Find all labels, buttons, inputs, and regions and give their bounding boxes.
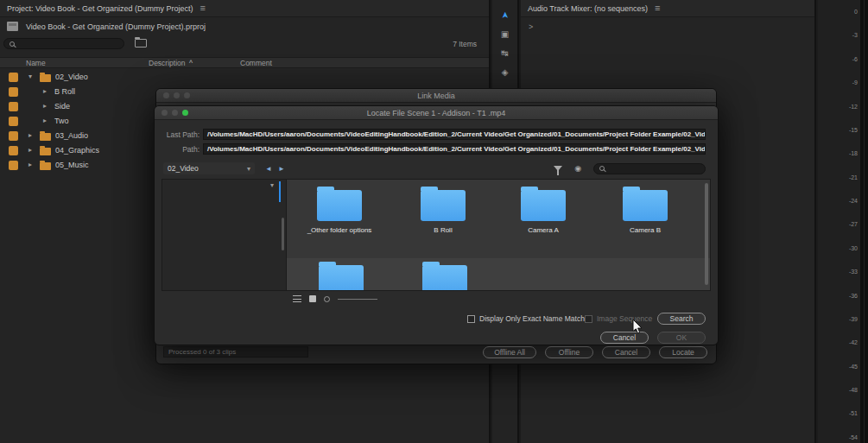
- folder-item-camera-a[interactable]: Camera A: [496, 190, 591, 234]
- meter-tick: -24: [849, 198, 858, 204]
- column-description[interactable]: Description: [149, 59, 186, 67]
- chevron-right-icon[interactable]: ▸: [43, 102, 47, 110]
- items-count: 7 Items: [453, 40, 477, 48]
- label-color-chip[interactable]: [9, 73, 18, 82]
- thumbnail-zoom-slider[interactable]: [324, 296, 330, 302]
- bin-folder-icon: [40, 133, 51, 141]
- project-file-name: Video Book - Get Organized (Dummy Projec…: [26, 22, 206, 31]
- path-label: Path:: [155, 145, 200, 154]
- tree-item-label: 05_Music: [55, 161, 89, 169]
- ripple-edit-tool-icon[interactable]: ↹: [497, 47, 514, 60]
- search-icon: [599, 166, 605, 171]
- panel-menu-icon[interactable]: ≡: [200, 3, 205, 13]
- browser-search-input[interactable]: [593, 163, 706, 174]
- forward-icon[interactable]: ►: [278, 165, 285, 173]
- search-button[interactable]: Search: [657, 313, 706, 325]
- link-media-titlebar[interactable]: Link Media: [156, 89, 716, 103]
- column-name[interactable]: Name: [26, 59, 46, 67]
- label-color-chip[interactable]: [9, 161, 18, 170]
- meter-tick: -54: [849, 434, 858, 440]
- project-search-input[interactable]: [3, 38, 124, 49]
- meter-tick: -27: [849, 221, 858, 227]
- folder-label: _Other folder options: [292, 226, 387, 234]
- razor-tool-icon[interactable]: ◈: [497, 66, 514, 79]
- image-sequence-checkbox: [585, 315, 592, 323]
- meter-tick: -33: [849, 269, 858, 275]
- meter-bar-right: [865, 0, 868, 443]
- project-column-header: Name Description ^ Comment: [0, 57, 489, 68]
- label-color-chip[interactable]: [9, 87, 18, 97]
- disclosure-icon[interactable]: >: [529, 22, 533, 31]
- eye-icon[interactable]: ◉: [574, 164, 581, 173]
- folder-item[interactable]: [294, 265, 389, 290]
- tree-item-02-video[interactable]: ▾ 02_Video: [0, 70, 489, 85]
- minimize-icon[interactable]: [174, 92, 180, 98]
- meter-tick: -18: [849, 150, 858, 156]
- chevron-right-icon[interactable]: ▸: [29, 146, 32, 154]
- filter-icon[interactable]: [554, 166, 562, 171]
- browser-toolbar: 02_Video ▾ ◄ ► ◉: [163, 161, 706, 175]
- icon-view-icon[interactable]: [309, 295, 316, 302]
- meter-tick: -45: [849, 364, 858, 370]
- chevron-right-icon[interactable]: ▸: [43, 87, 47, 95]
- path-row: Path: /Volumes/MacHD/Users/aaron/Documen…: [155, 143, 706, 155]
- thumbnail-zoom-track[interactable]: [338, 299, 377, 300]
- sort-ascending-icon[interactable]: ^: [189, 59, 193, 67]
- folder-item-other-options[interactable]: _Other folder options: [292, 190, 387, 234]
- project-panel-title: Project: Video Book - Get Organized (Dum…: [7, 4, 193, 13]
- new-bin-icon[interactable]: [135, 39, 147, 47]
- zoom-window-icon[interactable]: [182, 110, 188, 116]
- audio-meter-panel: 0 -3 -6 -9 -12 -15 -18 -21 -24 -27 -30 -…: [818, 0, 868, 443]
- mixer-panel-title: Audio Track Mixer: (no sequences): [528, 4, 648, 13]
- list-view-icon[interactable]: [293, 295, 301, 302]
- minimize-icon[interactable]: [172, 110, 178, 116]
- chevron-down-icon[interactable]: ▾: [29, 73, 32, 80]
- folder-item-camera-b[interactable]: Camera B: [598, 190, 693, 234]
- view-controls: [293, 295, 377, 302]
- label-color-chip[interactable]: [9, 102, 18, 111]
- project-file-row[interactable]: Video Book - Get Organized (Dummy Projec…: [7, 22, 206, 31]
- close-icon[interactable]: [162, 110, 168, 116]
- tree-item-label: 03_Audio: [55, 131, 88, 140]
- column-comment[interactable]: Comment: [240, 59, 272, 67]
- folder-icon: [521, 190, 566, 221]
- path-field[interactable]: /Volumes/MacHD/Users/aaron/Documents/Vid…: [203, 143, 706, 155]
- meter-tick: -48: [849, 387, 858, 393]
- folder-item-b-roll[interactable]: B Roll: [396, 190, 491, 234]
- chevron-right-icon[interactable]: ▸: [29, 161, 32, 168]
- panel-menu-icon[interactable]: ≡: [655, 3, 660, 13]
- tree-item-label: 04_Graphics: [55, 146, 99, 155]
- folder-icon: [623, 190, 668, 221]
- zoom-window-icon[interactable]: [184, 92, 190, 98]
- meter-tick: -42: [849, 339, 858, 345]
- chevron-right-icon[interactable]: ▸: [43, 117, 47, 124]
- locate-file-dialog: Locate File Scene 1 - Addison - T1 .mp4 …: [154, 105, 719, 345]
- locate-button[interactable]: Locate: [659, 346, 707, 358]
- close-icon[interactable]: [163, 92, 169, 98]
- folder-item[interactable]: [397, 265, 492, 290]
- meter-tick: -9: [852, 79, 858, 85]
- chevron-right-icon[interactable]: ▸: [29, 131, 32, 139]
- exact-match-checkbox[interactable]: [467, 315, 475, 323]
- sidebar-selection-accent: [279, 181, 281, 202]
- link-cancel-button[interactable]: Cancel: [602, 346, 650, 358]
- current-folder-dropdown[interactable]: 02_Video ▾: [163, 162, 255, 174]
- project-file-icon: [7, 22, 18, 31]
- back-icon[interactable]: ◄: [265, 165, 272, 173]
- sidebar-scrollbar[interactable]: [282, 218, 284, 250]
- offline-button[interactable]: Offline: [545, 346, 593, 358]
- chevron-down-icon[interactable]: ▾: [270, 181, 274, 189]
- label-color-chip[interactable]: [9, 117, 18, 126]
- exact-match-option: Display Only Exact Name Matches: [467, 314, 592, 323]
- offline-all-button[interactable]: Offline All: [483, 346, 536, 358]
- label-color-chip[interactable]: [9, 131, 18, 141]
- grid-scrollbar[interactable]: [705, 183, 708, 285]
- locate-file-titlebar[interactable]: Locate File Scene 1 - Addison - T1 .mp4: [155, 106, 718, 120]
- track-select-tool-icon[interactable]: ▣: [497, 28, 514, 41]
- selection-tool-icon[interactable]: ➤: [497, 9, 514, 22]
- meter-tick: -39: [849, 316, 858, 322]
- label-color-chip[interactable]: [9, 146, 18, 155]
- browser-sidebar[interactable]: ▾: [162, 180, 287, 290]
- tree-item-label: Two: [54, 117, 69, 125]
- meter-tick: -51: [849, 410, 858, 416]
